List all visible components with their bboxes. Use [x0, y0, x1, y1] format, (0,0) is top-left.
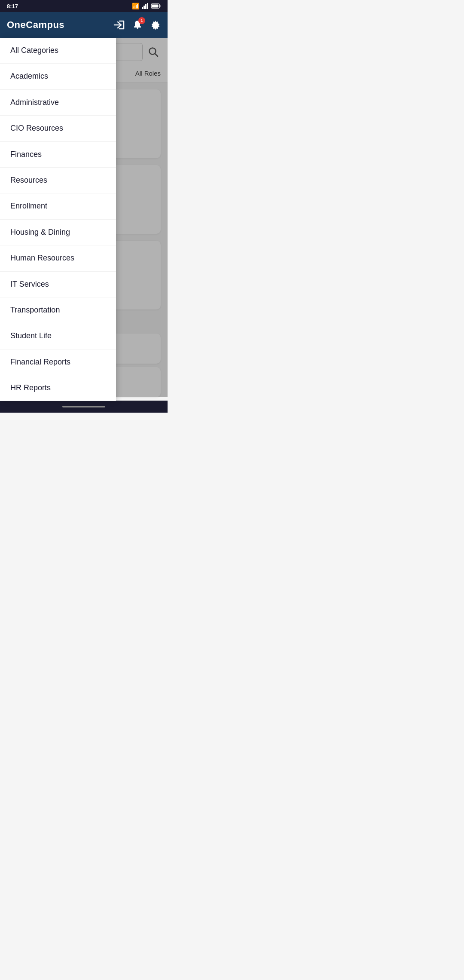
page-body: Campuses ▼ All Roles: [0, 38, 168, 397]
sidebar-item-academics[interactable]: Academics: [0, 64, 116, 89]
sidebar-item-administrative[interactable]: Administrative: [0, 90, 116, 116]
sidebar-item-financial-reports[interactable]: Financial Reports: [0, 349, 116, 375]
settings-button[interactable]: [150, 20, 161, 30]
battery-icon: [151, 3, 161, 9]
bottom-indicator: [62, 406, 105, 407]
header-actions: 1: [113, 20, 161, 30]
sidebar-item-all-categories[interactable]: All Categories: [0, 38, 116, 64]
svg-rect-2: [145, 4, 147, 9]
sidebar-menu: All Categories Academics Administrative …: [0, 38, 116, 401]
signal-icon: [142, 3, 149, 9]
sidebar-item-student-life[interactable]: Student Life: [0, 323, 116, 349]
wifi-icon: 📶: [132, 3, 139, 9]
bottom-nav-bar: [0, 401, 168, 413]
sidebar-item-finances[interactable]: Finances: [0, 142, 116, 168]
svg-rect-0: [142, 7, 143, 9]
sidebar-item-transportation[interactable]: Transportation: [0, 297, 116, 323]
svg-rect-6: [152, 5, 159, 8]
sidebar-item-human-resources[interactable]: Human Resources: [0, 245, 116, 271]
sidebar-item-resources[interactable]: Resources: [0, 168, 116, 193]
svg-rect-1: [143, 6, 145, 9]
sidebar-item-enrollment[interactable]: Enrollment: [0, 193, 116, 219]
svg-rect-3: [147, 3, 148, 9]
sidebar-item-housing-dining[interactable]: Housing & Dining: [0, 220, 116, 245]
app-title: OneCampus: [7, 19, 64, 31]
notification-count: 1: [138, 17, 145, 24]
sidebar-item-it-services[interactable]: IT Services: [0, 272, 116, 297]
status-bar: 8:17 📶: [0, 0, 168, 12]
time-display: 8:17: [7, 3, 18, 9]
sidebar-item-cio-resources[interactable]: CIO Resources: [0, 116, 116, 141]
notifications-button[interactable]: 1: [132, 20, 143, 30]
svg-rect-5: [160, 5, 161, 7]
login-button[interactable]: [113, 20, 125, 30]
app-header: OneCampus 1: [0, 12, 168, 38]
status-icons: 📶: [132, 3, 161, 9]
sidebar-item-hr-reports[interactable]: HR Reports: [0, 375, 116, 401]
